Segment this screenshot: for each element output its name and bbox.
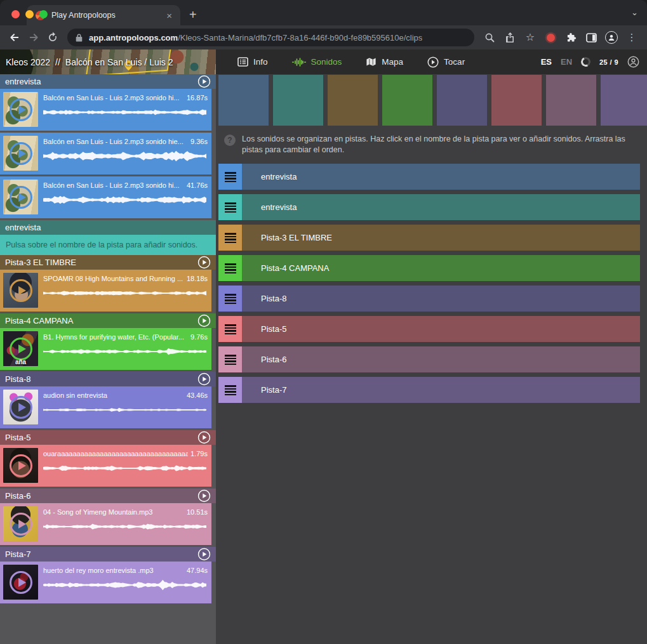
clip-play-icon[interactable] — [10, 571, 32, 594]
track-header[interactable]: Pista-6 — [0, 489, 216, 503]
minimize-window-button[interactable] — [25, 10, 34, 18]
play-all-icon[interactable] — [197, 489, 211, 503]
tab-close-icon[interactable]: × — [164, 10, 174, 21]
breadcrumb-project[interactable]: Kleos 2022 — [6, 57, 50, 67]
audio-clip[interactable]: audion sin entrevista43.46s — [0, 386, 211, 428]
track-row-label[interactable]: Pista-6 — [261, 355, 286, 364]
clip-play-icon[interactable] — [10, 279, 32, 302]
address-bar[interactable]: app.antropoloops.com/Kleos-Santa-Marina/… — [67, 29, 474, 46]
color-swatch[interactable] — [546, 75, 596, 126]
audio-clip[interactable]: ouaraaaaaaaaaaaaaaaaaaaaaaaaaaaaaaaaaaa.… — [0, 445, 211, 487]
play-all-icon[interactable] — [197, 75, 211, 88]
forward-button[interactable] — [25, 29, 42, 46]
chrome-menu-icon[interactable]: ⋮ — [623, 29, 641, 46]
play-all-icon[interactable] — [197, 314, 211, 327]
bookmark-star-icon[interactable]: ☆ — [521, 29, 539, 46]
play-all-icon[interactable] — [197, 256, 211, 269]
nav-tab-info[interactable]: Info — [229, 49, 277, 74]
clip-play-icon[interactable] — [10, 454, 32, 477]
clip-waveform[interactable] — [43, 519, 208, 534]
side-panel-icon[interactable] — [582, 29, 600, 46]
browser-tab[interactable]: Play Antropoloops × — [27, 5, 180, 25]
color-swatch[interactable] — [601, 75, 647, 126]
clip-thumbnail[interactable] — [3, 390, 38, 424]
drag-handle[interactable] — [218, 164, 242, 190]
zoom-window-button[interactable] — [39, 10, 48, 18]
tab-search-chevron-icon[interactable]: ⌄ — [631, 8, 638, 17]
clip-thumbnail[interactable] — [3, 448, 38, 483]
track-row-label[interactable]: Pista-3 EL TIMBRE — [261, 233, 332, 242]
drag-handle[interactable] — [218, 316, 242, 342]
clip-thumbnail[interactable] — [3, 92, 38, 127]
color-swatch[interactable] — [273, 75, 323, 126]
drag-handle[interactable] — [218, 225, 242, 251]
clip-play-icon[interactable] — [10, 186, 32, 209]
breadcrumb-map-thumbnail[interactable]: Kleos 2022 // Balcón en San Luis / Luis … — [0, 49, 216, 74]
clip-thumbnail[interactable] — [3, 136, 38, 171]
clip-play-icon[interactable] — [10, 338, 32, 360]
color-swatch[interactable] — [328, 75, 378, 126]
back-button[interactable] — [6, 29, 23, 46]
play-all-icon[interactable] — [197, 431, 211, 444]
audio-clip[interactable]: Balcón en San Luis - Luis 2.mp3 sonido h… — [0, 89, 211, 131]
clip-waveform[interactable] — [43, 148, 208, 164]
track-row-label[interactable]: Pista-7 — [261, 385, 286, 395]
drag-handle[interactable] — [218, 377, 242, 403]
lang-es-button[interactable]: ES — [541, 57, 552, 67]
color-swatch[interactable] — [491, 75, 542, 126]
track-row-label[interactable]: Pista-8 — [261, 294, 286, 303]
track-header[interactable]: Pista-3 EL TIMBRE — [0, 255, 216, 270]
clip-waveform[interactable] — [43, 105, 208, 120]
recording-extension-icon[interactable] — [542, 29, 559, 46]
drag-handle[interactable] — [218, 286, 242, 312]
play-all-icon[interactable] — [197, 548, 211, 561]
nav-tab-sonidos[interactable]: Sonidos — [283, 49, 351, 74]
track-row-label[interactable]: entrevista — [261, 202, 297, 212]
audio-clip[interactable]: Balcón en San Luis - Luis 2.mp3 sonido h… — [0, 176, 211, 218]
nav-tab-tocar[interactable]: Tocar — [418, 49, 474, 74]
drag-handle[interactable] — [218, 194, 242, 220]
clip-thumbnail[interactable]: aña — [3, 331, 38, 366]
color-swatch[interactable] — [437, 75, 487, 126]
audio-clip[interactable]: Balcón en San Luis - Luis 2.mp3 sonido h… — [0, 133, 211, 174]
track-row[interactable]: Pista-3 EL TIMBRE — [218, 225, 640, 251]
clip-play-icon[interactable] — [10, 98, 32, 121]
track-header[interactable]: entrevista — [0, 74, 216, 89]
track-row[interactable]: Pista-5 — [218, 316, 640, 342]
clip-thumbnail[interactable] — [3, 180, 38, 214]
track-row[interactable]: entrevista — [218, 164, 640, 190]
track-row-label[interactable]: entrevista — [261, 172, 297, 181]
clip-thumbnail[interactable] — [3, 273, 38, 308]
track-row-label[interactable]: Pista-4 CAMPANA — [261, 263, 329, 273]
track-row[interactable]: entrevista — [218, 194, 640, 220]
clip-waveform[interactable] — [43, 577, 208, 593]
clip-play-icon[interactable] — [10, 142, 32, 165]
drag-handle[interactable] — [218, 255, 242, 281]
clip-play-icon[interactable] — [10, 513, 32, 536]
audio-clip[interactable]: huerto del rey moro entrevista .mp347.94… — [0, 562, 211, 603]
clip-waveform[interactable] — [43, 344, 208, 359]
track-row-label[interactable]: Pista-5 — [261, 324, 286, 334]
track-header[interactable]: Pista-8 — [0, 372, 216, 386]
track-header[interactable]: Pista-7 — [0, 547, 216, 562]
track-header[interactable]: Pista-5 — [0, 430, 216, 445]
track-row[interactable]: Pista-7 — [218, 377, 640, 403]
track-row[interactable]: Pista-4 CAMPANA — [218, 255, 640, 281]
clip-waveform[interactable] — [43, 461, 208, 476]
clip-waveform[interactable] — [43, 402, 208, 417]
zoom-indicator-icon[interactable] — [481, 29, 498, 46]
new-tab-button[interactable]: + — [189, 8, 197, 22]
nav-tab-mapa[interactable]: Mapa — [357, 49, 412, 74]
audio-clip[interactable]: SPOAMR 08 High Mountains and Running ...… — [0, 270, 211, 312]
profile-avatar[interactable] — [603, 29, 620, 46]
color-swatch[interactable] — [382, 75, 432, 126]
audio-clip[interactable]: 04 - Song of Yimeng Mountain.mp310.51s — [0, 503, 211, 545]
close-window-button[interactable] — [11, 10, 20, 18]
extensions-puzzle-icon[interactable] — [562, 29, 580, 46]
track-header[interactable]: Pista-4 CAMPANA — [0, 313, 216, 328]
audio-clip[interactable]: aña B1. Hymns for purifying water, Etc. … — [0, 328, 211, 370]
clip-thumbnail[interactable] — [3, 565, 38, 600]
clip-waveform[interactable] — [43, 286, 208, 301]
color-swatch[interactable] — [218, 75, 269, 126]
reload-button[interactable] — [44, 29, 61, 46]
